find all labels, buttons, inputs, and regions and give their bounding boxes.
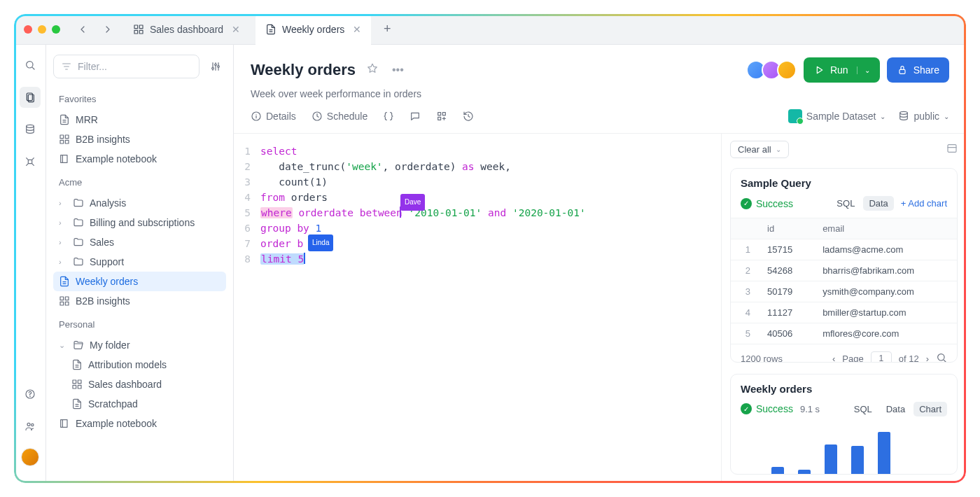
section-personal: Personal bbox=[53, 316, 226, 332]
window-minimize[interactable] bbox=[38, 25, 46, 34]
seg-data[interactable]: Data bbox=[881, 402, 911, 416]
rail-avatar[interactable] bbox=[21, 448, 39, 466]
document-icon bbox=[265, 24, 276, 35]
more-button[interactable]: ••• bbox=[389, 61, 407, 79]
rail-search[interactable] bbox=[20, 55, 41, 76]
acme-analysis[interactable]: ›Analysis bbox=[53, 193, 226, 213]
page-input[interactable]: 1 bbox=[871, 351, 892, 363]
fav-item-mrr[interactable]: MRR bbox=[53, 110, 226, 130]
chart-bar bbox=[851, 446, 864, 475]
braces-icon bbox=[383, 111, 394, 122]
search-icon[interactable] bbox=[936, 352, 947, 363]
results-pane: Clear all ⌄ Sample Query ✓Success SQL Da… bbox=[721, 134, 966, 483]
add-chart-button[interactable]: + Add chart bbox=[901, 198, 947, 209]
collaborator-avatars[interactable] bbox=[750, 60, 797, 80]
run-button[interactable]: Run ⌄ bbox=[804, 57, 880, 83]
column-header[interactable]: email bbox=[814, 218, 957, 239]
acme-billing[interactable]: ›Billing and subscriptions bbox=[53, 213, 226, 232]
table-row[interactable]: 350179ysmith@company.com bbox=[731, 281, 957, 302]
personal-sales-dashboard[interactable]: Sales dashboard bbox=[53, 374, 226, 394]
close-icon[interactable]: ✕ bbox=[353, 24, 361, 35]
fav-item-b2b[interactable]: B2B insights bbox=[53, 130, 226, 149]
tab-weekly-orders[interactable]: Weekly orders ✕ bbox=[255, 14, 371, 46]
page-prev[interactable]: ‹ bbox=[832, 354, 835, 363]
code-line[interactable]: 4from orders bbox=[241, 190, 714, 205]
star-button[interactable] bbox=[364, 60, 381, 80]
code-line[interactable]: 3 count(1) bbox=[241, 174, 714, 190]
personal-notebook[interactable]: Example notebook bbox=[53, 414, 226, 433]
window-maximize[interactable] bbox=[52, 25, 60, 34]
dashboard-icon bbox=[133, 24, 144, 35]
tb-params[interactable] bbox=[383, 111, 394, 122]
seg-data[interactable]: Data bbox=[863, 196, 893, 211]
tab-add-button[interactable]: + bbox=[377, 19, 398, 40]
column-header[interactable]: id bbox=[759, 218, 814, 239]
acme-weekly-orders[interactable]: Weekly orders bbox=[53, 272, 226, 291]
rail-database[interactable] bbox=[20, 119, 41, 140]
tb-schedule[interactable]: Schedule bbox=[312, 111, 368, 122]
acme-sales[interactable]: ›Sales bbox=[53, 232, 226, 252]
code-line[interactable]: 6group by 1 bbox=[241, 220, 714, 236]
code-line[interactable]: 1select bbox=[241, 144, 714, 159]
chart-bar bbox=[798, 470, 811, 475]
clear-all-button[interactable]: Clear all ⌄ bbox=[730, 141, 789, 158]
table-row[interactable]: 411127bmiller@startup.com bbox=[731, 302, 957, 323]
tab-label: Weekly orders bbox=[282, 24, 344, 35]
page-next[interactable]: › bbox=[926, 354, 929, 363]
filter-input[interactable]: Filter... bbox=[53, 55, 200, 78]
tb-details[interactable]: Details bbox=[251, 111, 296, 122]
schema-selector[interactable]: public ⌄ bbox=[898, 111, 949, 122]
tab-sales-dashboard[interactable]: Sales dashboard ✕ bbox=[123, 14, 250, 45]
nav-back[interactable] bbox=[73, 20, 92, 39]
cursor-badge-dave: Dave bbox=[400, 194, 425, 211]
personal-myfolder[interactable]: ⌄My folder bbox=[53, 335, 226, 355]
seg-sql[interactable]: SQL bbox=[848, 402, 878, 416]
layout-toggle[interactable] bbox=[946, 143, 958, 157]
dataset-selector[interactable]: Sample Dataset ⌄ bbox=[788, 109, 886, 123]
info-icon bbox=[251, 111, 262, 122]
code-editor[interactable]: 1select2 date_trunc('week', orderdate) a… bbox=[234, 134, 721, 483]
avatar[interactable] bbox=[777, 60, 797, 80]
code-line[interactable]: 7order bLinda bbox=[241, 236, 714, 251]
table-row[interactable]: 540506mflores@core.com bbox=[731, 323, 957, 344]
pager: 1200 rows ‹ Page 1 of 12 › bbox=[731, 344, 957, 363]
adjust-button[interactable] bbox=[205, 56, 226, 77]
section-favorites: Favorites bbox=[53, 91, 226, 107]
tb-comment[interactable] bbox=[410, 111, 421, 122]
page-label: Page bbox=[842, 354, 863, 363]
column-header[interactable] bbox=[731, 218, 759, 239]
chevron-right-icon: › bbox=[59, 238, 67, 246]
rail-help[interactable] bbox=[20, 384, 41, 405]
rail-people[interactable] bbox=[20, 416, 41, 437]
acme-b2b[interactable]: B2B insights bbox=[53, 291, 226, 311]
row-count: 1200 rows bbox=[741, 354, 783, 363]
nav-rail bbox=[14, 45, 46, 483]
chevron-down-icon[interactable]: ⌄ bbox=[857, 66, 870, 74]
share-button[interactable]: Share bbox=[887, 57, 949, 83]
seg-sql[interactable]: SQL bbox=[831, 196, 860, 211]
rail-drone[interactable] bbox=[20, 151, 41, 172]
rail-explorer[interactable] bbox=[20, 87, 41, 108]
folder-icon bbox=[73, 256, 84, 267]
fav-item-notebook[interactable]: Example notebook bbox=[53, 149, 226, 169]
svg-rect-17 bbox=[65, 135, 69, 139]
nav-forward[interactable] bbox=[98, 20, 118, 39]
bar-chart bbox=[731, 424, 957, 475]
table-row[interactable]: 254268bharris@fabrikam.com bbox=[731, 260, 957, 281]
acme-support[interactable]: ›Support bbox=[53, 252, 226, 272]
table-row[interactable]: 115715ladams@acme.com bbox=[731, 239, 957, 260]
code-line[interactable]: 2 date_trunc('week', orderdate) as week, bbox=[241, 159, 714, 174]
personal-scratchpad[interactable]: Scratchpad bbox=[53, 394, 226, 414]
tb-history[interactable] bbox=[463, 111, 474, 122]
personal-attribution[interactable]: Attribution models bbox=[53, 355, 226, 374]
svg-point-4 bbox=[26, 62, 32, 68]
tb-blocks[interactable] bbox=[436, 111, 447, 122]
comment-icon bbox=[410, 111, 421, 122]
code-line[interactable]: 5where orderdate between '2010-01-01' an… bbox=[241, 205, 714, 220]
chart-bar bbox=[771, 467, 784, 475]
window-close[interactable] bbox=[24, 25, 32, 34]
close-icon[interactable]: ✕ bbox=[232, 24, 240, 35]
code-line[interactable]: 8limit 5 bbox=[241, 251, 714, 267]
seg-chart[interactable]: Chart bbox=[913, 402, 947, 416]
filter-icon bbox=[61, 61, 72, 72]
